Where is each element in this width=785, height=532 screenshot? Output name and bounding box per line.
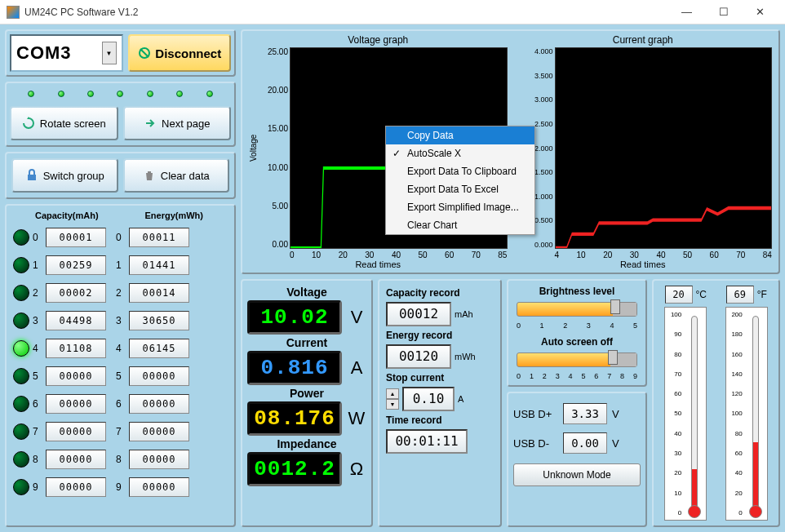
celsius-unit: °C	[696, 289, 707, 300]
context-menu-item[interactable]: Export Simplified Image...	[386, 198, 534, 216]
status-led	[147, 91, 153, 97]
group-capacity-value[interactable]: 00000	[46, 394, 106, 414]
svg-rect-1	[28, 175, 36, 180]
group-panel: Switch group Clear data	[5, 152, 236, 199]
meters-panel: Voltage 10.02 V Current 0.816 A Power 08…	[241, 279, 373, 527]
impedance-label: Impedance	[247, 437, 366, 450]
impedance-unit: Ω	[347, 459, 366, 480]
group-capacity-value[interactable]: 00002	[46, 283, 106, 303]
arrow-right-icon	[144, 117, 157, 130]
group-led-icon	[13, 340, 29, 357]
stop-current-spinner[interactable]: ▲ ▼	[386, 388, 399, 410]
rotate-icon	[22, 117, 35, 130]
app-icon	[7, 6, 20, 19]
group-capacity-value[interactable]: 00000	[46, 422, 106, 441]
group-energy-value[interactable]: 30650	[129, 311, 189, 330]
current-plot[interactable]	[555, 47, 773, 249]
context-menu-item[interactable]: Export Data To Excel	[386, 180, 534, 198]
usb-mode-button[interactable]: Unknown Mode	[513, 463, 641, 486]
disconnect-icon	[137, 46, 152, 60]
app-body: COM3 ▼ Disconnect Rotate scre	[0, 24, 785, 532]
thermometer-bulb-icon	[688, 505, 701, 518]
group-capacity-value[interactable]: 01108	[46, 339, 106, 358]
connection-panel: COM3 ▼ Disconnect	[5, 29, 236, 77]
power-lcd: 08.176	[247, 401, 342, 436]
spinner-up-icon[interactable]: ▲	[386, 388, 399, 399]
group-energy-value[interactable]: 00000	[129, 366, 189, 386]
group-led-icon	[13, 229, 29, 246]
group-index: 3	[33, 315, 42, 326]
group-index: 3	[116, 315, 126, 326]
group-index: 6	[33, 398, 42, 410]
current-graph: Current graph Current 4.0003.5003.0002.5…	[514, 34, 773, 269]
group-index: 4	[116, 343, 126, 354]
status-leds	[10, 86, 231, 101]
group-energy-value[interactable]: 00000	[129, 394, 189, 414]
context-menu-item[interactable]: Copy Data	[386, 126, 534, 144]
status-leds-task-panel: Rotate screen Next page	[5, 82, 236, 147]
group-capacity-value[interactable]: 00000	[46, 450, 106, 469]
com-port-select[interactable]: COM3 ▼	[10, 34, 123, 72]
group-capacity-value[interactable]: 00000	[46, 477, 106, 497]
group-energy-value[interactable]: 00014	[129, 283, 189, 303]
spinner-down-icon[interactable]: ▼	[386, 399, 399, 410]
context-menu-item[interactable]: Export Data To Clipboard	[386, 162, 534, 180]
group-led-icon	[13, 257, 29, 273]
group-index: 9	[33, 481, 42, 493]
switch-group-button[interactable]: Switch group	[11, 158, 118, 193]
maximize-button[interactable]: ☐	[705, 0, 742, 24]
group-energy-value[interactable]: 00000	[129, 477, 189, 497]
status-led	[176, 91, 183, 97]
context-menu-item[interactable]: AutoScale X	[386, 144, 534, 162]
context-menu-item[interactable]: Clear Chart	[386, 216, 534, 234]
brightness-slider[interactable]	[517, 302, 637, 317]
group-capacity-value[interactable]: 00000	[46, 366, 106, 386]
data-group-row: 3 04498 3 30650	[13, 307, 228, 335]
power-unit: W	[347, 408, 366, 429]
usb-dminus-unit: V	[612, 437, 619, 450]
data-group-row: 4 01108 4 06145	[13, 335, 228, 362]
celsius-value: 20	[665, 286, 693, 304]
group-index: 5	[116, 370, 126, 382]
group-capacity-value[interactable]: 04498	[46, 311, 106, 330]
data-group-row: 0 00001 0 00011	[13, 224, 228, 251]
slider-thumb-icon[interactable]	[608, 350, 618, 365]
status-led	[206, 91, 213, 97]
slider-thumb-icon[interactable]	[610, 299, 620, 314]
group-capacity-value[interactable]: 00001	[46, 228, 106, 247]
disconnect-button[interactable]: Disconnect	[128, 34, 232, 72]
fahrenheit-thermometer: 200180160140120100806040200	[725, 307, 768, 521]
stop-current-unit: A	[458, 394, 463, 404]
data-group-row: 6 00000 6 00000	[13, 390, 228, 418]
data-group-row: 7 00000 7 00000	[13, 418, 228, 446]
group-energy-value[interactable]: 06145	[129, 339, 189, 358]
group-led-icon	[13, 423, 29, 440]
chevron-down-icon: ▼	[102, 42, 117, 64]
close-button[interactable]: ✕	[742, 0, 778, 24]
group-index: 2	[33, 287, 42, 299]
minimize-button[interactable]: —	[668, 0, 705, 24]
screenoff-slider[interactable]	[517, 352, 637, 367]
next-page-button[interactable]: Next page	[123, 106, 232, 140]
data-group-row: 2 00002 2 00014	[13, 279, 228, 307]
group-index: 8	[116, 454, 126, 465]
rotate-screen-button[interactable]: Rotate screen	[10, 106, 118, 140]
group-index: 2	[116, 287, 126, 299]
energy-record-unit: mWh	[455, 352, 476, 361]
clear-data-button[interactable]: Clear data	[123, 158, 230, 193]
current-xticks: 41020304050607084	[514, 249, 773, 259]
com-port-value: COM3	[16, 42, 72, 64]
stop-current-value[interactable]: 0.10	[402, 387, 455, 411]
group-energy-value[interactable]: 00000	[129, 422, 189, 441]
usb-dplus-label: USB D+	[513, 408, 558, 420]
group-energy-value[interactable]: 00011	[129, 228, 189, 247]
group-energy-value[interactable]: 00000	[129, 450, 189, 469]
group-capacity-value[interactable]: 00259	[46, 255, 106, 275]
time-record-value: 00:01:11	[386, 429, 468, 454]
voltage-lcd: 10.02	[247, 300, 342, 335]
power-label: Power	[247, 387, 366, 400]
fahrenheit-column: 69 °F 200180160140120100806040200	[720, 286, 774, 521]
capacity-header: Capacity(mAh)	[13, 211, 121, 220]
group-energy-value[interactable]: 01441	[129, 255, 189, 275]
group-index: 4	[33, 343, 42, 354]
